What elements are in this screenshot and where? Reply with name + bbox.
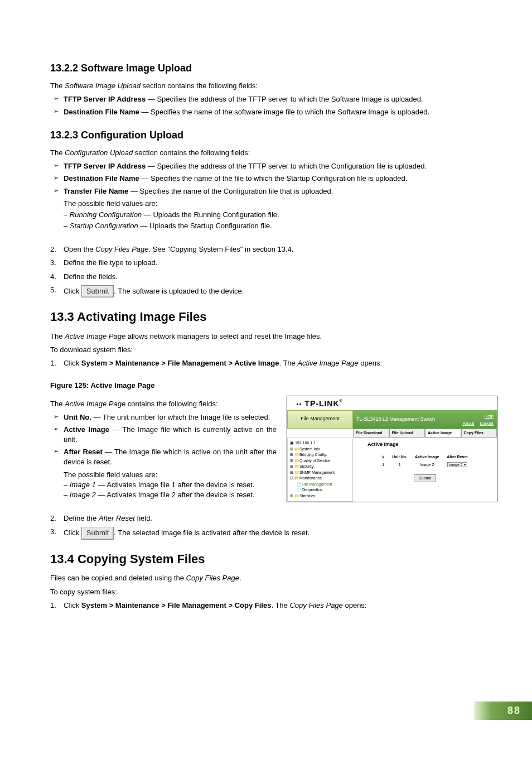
page-number: 88	[474, 702, 532, 720]
heading-134: 13.4 Copying System Files	[50, 551, 499, 568]
submit-button-img-2: Submit	[81, 527, 114, 539]
heading-1323: 13.2.3 Configuration Upload	[50, 128, 499, 142]
field-after-reset: After Reset — The Image file which is ac…	[50, 447, 277, 500]
intro-1322: The Software Image Upload section contai…	[50, 81, 499, 91]
tab-file-upload[interactable]: File Upload	[389, 429, 425, 438]
tree-snmp[interactable]: ⊞ 📁SNMP Management	[290, 470, 350, 476]
tree-system-info[interactable]: ⊞ 📁System Info	[290, 446, 350, 453]
steps-133-2: 2.Define the After Reset field. 3.Click …	[50, 513, 499, 539]
to-download: To download system files:	[50, 345, 499, 355]
figure-caption-125: Figure 125: Active Image Page	[50, 381, 499, 391]
bullet-transfer-filename: Transfer File Name — Specifies the name …	[50, 186, 499, 232]
tree-diagnostics[interactable]: 📄Diagnostics	[290, 487, 350, 493]
panel-title: File Management	[287, 410, 353, 429]
bullet-dest-filename: Destination File Name — Specifies the na…	[50, 107, 499, 117]
tab-file-download[interactable]: File Download	[353, 429, 389, 438]
step-133-1: 1.Click System > Maintenance > File Mana…	[50, 358, 499, 368]
intro-133: The Active Image Page allows network man…	[50, 332, 499, 342]
tree-qos[interactable]: ⊞ 📁Quality of Service	[290, 458, 350, 464]
tree-bridging[interactable]: ⊞ 📁Bridging Config.	[290, 452, 350, 458]
tabs: File Download File Upload Active Image C…	[353, 429, 497, 438]
tree-file-mgmt[interactable]: 📄File Management	[290, 482, 350, 488]
bullet-tftp-address-2: TFTP Server IP Address — Specifies the a…	[50, 161, 499, 171]
image-table: # Unit No. Active Image After Reset 1 1 …	[378, 453, 472, 469]
intro-1323: The Configuration Upload section contain…	[50, 148, 499, 158]
steps-upload: 2.Open the Copy Files Page. See "Copying…	[50, 244, 499, 297]
opt-image-2: – Image 2 — Activates Image file 2 after…	[64, 490, 277, 500]
tab-active-image[interactable]: Active Image	[425, 429, 461, 438]
main-title: Active Image	[367, 441, 492, 448]
header-bar: TL-SL3428 L2 Management Switch About Hel…	[353, 410, 497, 429]
submit-button[interactable]: Submit	[414, 474, 436, 482]
to-copy: To copy system files:	[50, 587, 499, 597]
tree-security[interactable]: ⊞ 📁Security	[290, 464, 350, 470]
heading-1322: 13.2.2 Software Image Upload	[50, 61, 499, 75]
logout-link[interactable]: Logout	[480, 421, 494, 426]
table-row: 1 1 Image 2 Image 2 ▾	[379, 462, 471, 468]
tab-copy-files[interactable]: Copy Files	[461, 429, 497, 438]
intro-134: Files can be copied and deleted using th…	[50, 573, 499, 583]
step-133-3: 3.Click Submit. The selected image file …	[50, 527, 499, 539]
step-133-2: 2.Define the After Reset field.	[50, 513, 499, 523]
bullet-tftp-address: TFTP Server IP Address — Specifies the a…	[50, 94, 499, 104]
step-2: 2.Open the Copy Files Page. See "Copying…	[50, 244, 499, 254]
screenshot-active-image: ●● TP-LINK® File Management TL-SL3428 L2…	[287, 396, 497, 503]
steps-133-1: 1.Click System > Maintenance > File Mana…	[50, 358, 499, 368]
tree-maintenance[interactable]: ⊟ 📂Maintenance	[290, 475, 350, 482]
step-134-1: 1.Click System > Maintenance > File Mana…	[50, 601, 499, 611]
step-5: 5.Click Submit. The software is uploaded…	[50, 285, 499, 297]
possible-values-label: The possible field values are:	[64, 199, 499, 209]
after-reset-select[interactable]: Image 2 ▾	[447, 462, 467, 467]
main-panel: Active Image # Unit No. Active Image Aft…	[353, 438, 497, 502]
steps-134: 1.Click System > Maintenance > File Mana…	[50, 601, 499, 611]
opt-image-1: – Image 1 — Activates Image file 1 after…	[64, 480, 277, 490]
step-3: 3.Define the file type to upload.	[50, 258, 499, 268]
step-4: 4.Define the fields.	[50, 272, 499, 282]
tree-root[interactable]: ▣ 192.168.1.1	[290, 440, 350, 446]
help-link[interactable]: Help	[485, 414, 494, 419]
opt-startup-config: – Startup Configuration — Uploads the St…	[64, 221, 499, 231]
opt-running-config: – Running Configuration — Uploads the Ru…	[64, 210, 499, 220]
fields-intro-133: The Active Image Page contains the follo…	[50, 399, 277, 409]
bullet-dest-filename-2: Destination File Name — Specifies the na…	[50, 174, 499, 184]
list-1322: TFTP Server IP Address — Specifies the a…	[50, 94, 499, 117]
nav-tree: ▣ 192.168.1.1 ⊞ 📁System Info ⊞ 📁Bridging…	[287, 438, 353, 502]
field-active-image: Active Image — The Image file which is c…	[50, 425, 277, 445]
tree-statistics[interactable]: ⊞ 📁Statistics	[290, 493, 350, 499]
submit-button-img: Submit	[81, 285, 114, 297]
possible-values-label-2: The possible field values are:	[64, 470, 277, 480]
list-133-fields: Unit No. — The unit number for which the…	[50, 412, 277, 501]
heading-133: 13.3 Activating Image Files	[50, 309, 499, 326]
list-1323: TFTP Server IP Address — Specifies the a…	[50, 161, 499, 231]
about-link[interactable]: About	[463, 421, 475, 426]
field-unit-no: Unit No. — The unit number for which the…	[50, 412, 277, 422]
logo-tplink: ●● TP-LINK®	[287, 396, 497, 411]
